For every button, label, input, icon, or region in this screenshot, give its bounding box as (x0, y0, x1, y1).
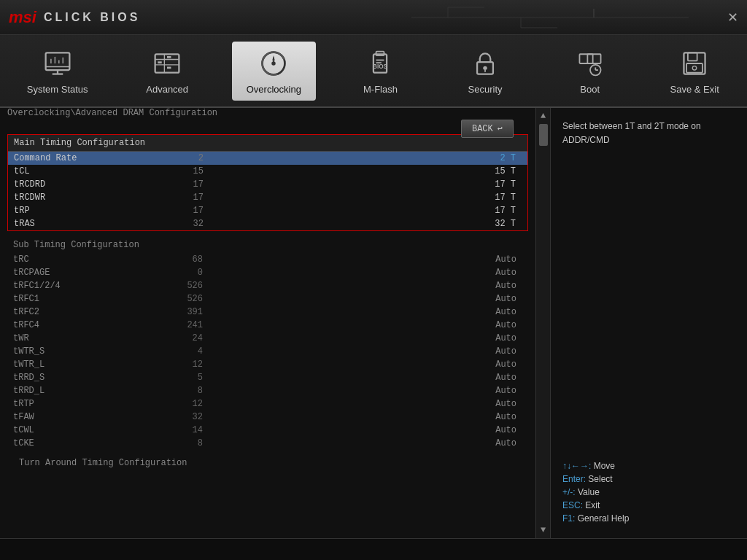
key-hint: ESC: Exit (562, 500, 735, 510)
nav-overclocking[interactable]: Overclocking (232, 42, 316, 101)
row-label: tRRD_S (13, 373, 144, 383)
row-label: tRCDWR (14, 192, 145, 203)
main-timing-row[interactable]: tRP 17 17 T (8, 204, 527, 217)
key-label: F1: (562, 513, 575, 524)
circuit-decoration (411, 0, 703, 35)
main-timing-row[interactable]: Command Rate 2 2 T (8, 152, 527, 165)
header-decoration (411, 0, 703, 34)
row-label: tFAW (13, 412, 144, 422)
row-default: 5 (144, 373, 203, 383)
row-label: tRRD_L (13, 386, 144, 396)
header: msi CLICK BIOS ✕ (0, 0, 747, 35)
sub-timing-row[interactable]: tRTP 12 Auto (7, 397, 528, 411)
row-default: 12 (144, 359, 203, 370)
close-button[interactable]: ✕ (727, 9, 738, 26)
row-current: 17 T (204, 206, 522, 216)
nav-advanced[interactable]: Advanced (127, 42, 207, 101)
scroll-up-arrow[interactable]: ▲ (541, 111, 546, 121)
key-hint: ↑↓←→: Move (562, 461, 735, 471)
row-default: 15 (145, 166, 204, 176)
row-current: 2 T (204, 153, 522, 163)
row-label: tWTR_L (13, 359, 144, 370)
scroll-down-arrow[interactable]: ▼ (541, 525, 546, 535)
key-desc: Value (576, 487, 600, 497)
svg-rect-39 (688, 52, 697, 61)
sub-timing-row[interactable]: tRFC1 526 Auto (7, 292, 528, 306)
sub-timing-row[interactable]: tWTR_L 12 Auto (7, 358, 528, 371)
row-label: tRAS (14, 219, 145, 229)
row-default: 8 (144, 438, 203, 448)
sub-timing-row[interactable]: tRFC2 391 Auto (7, 306, 528, 319)
sub-timing-row[interactable]: tRFC4 241 Auto (7, 319, 528, 332)
sub-timing-row[interactable]: tRFC1/2/4 526 Auto (7, 279, 528, 292)
system-status-label: System Status (27, 84, 88, 95)
row-label: tRFC1/2/4 (13, 281, 144, 291)
row-label: tRFC2 (13, 307, 144, 317)
main-timing-row[interactable]: tRCDRD 17 17 T (8, 178, 527, 191)
row-current: 15 T (204, 166, 522, 176)
row-current: Auto (203, 307, 522, 317)
nav-save-exit[interactable]: Save & Exit (654, 42, 735, 101)
left-panel: Overclocking\Advanced DRAM Configuration… (0, 108, 535, 538)
main-content: Overclocking\Advanced DRAM Configuration… (0, 108, 747, 538)
sub-timing-row[interactable]: tFAW 32 Auto (7, 411, 528, 424)
row-label: tCWL (13, 425, 144, 435)
main-timing-row[interactable]: tRCDWR 17 17 T (8, 191, 527, 204)
nav-boot[interactable]: Boot (550, 42, 630, 101)
main-timing-row[interactable]: tCL 15 15 T (8, 165, 527, 178)
row-current: Auto (203, 386, 522, 396)
scroll-track (539, 121, 548, 525)
row-default: 17 (145, 179, 204, 190)
key-hint: F1: General Help (562, 513, 735, 524)
sub-timing-row[interactable]: tRCPAGE 0 Auto (7, 266, 528, 279)
key-desc: Exit (583, 500, 600, 510)
row-current: Auto (203, 254, 522, 265)
boot-icon (574, 47, 606, 79)
row-current: Auto (203, 333, 522, 343)
row-default: 526 (144, 281, 203, 291)
scroll-thumb[interactable] (539, 124, 548, 146)
row-label: tWTR_S (13, 346, 144, 357)
boot-label: Boot (580, 84, 600, 95)
main-timing-row[interactable]: tRAS 32 32 T (8, 217, 527, 230)
advanced-label: Advanced (146, 84, 188, 95)
sub-timing-row[interactable]: tRRD_L 8 Auto (7, 384, 528, 397)
svg-rect-33 (579, 54, 592, 63)
row-default: 241 (144, 320, 203, 330)
sub-timing-row[interactable]: tRRD_S 5 Auto (7, 371, 528, 384)
row-default: 68 (144, 254, 203, 265)
overclocking-icon (258, 47, 290, 79)
row-label: tCL (14, 166, 145, 176)
row-current: Auto (203, 412, 522, 422)
left-panel-wrapper: Overclocking\Advanced DRAM Configuration… (0, 108, 550, 538)
back-label: BACK (472, 124, 493, 134)
row-current: Auto (203, 359, 522, 370)
nav-system-status[interactable]: System Status (12, 42, 103, 101)
row-label: tRFC1 (13, 294, 144, 304)
row-label: tRTP (13, 399, 144, 409)
row-default: 17 (145, 192, 204, 203)
scrollbar[interactable]: ▲ ▼ (535, 108, 550, 538)
sub-timing-row[interactable]: tCWL 14 Auto (7, 424, 528, 437)
back-button[interactable]: BACK ↩ (461, 120, 514, 138)
system-status-icon (42, 47, 74, 79)
sub-timing-row[interactable]: tWTR_S 4 Auto (7, 345, 528, 358)
row-label: Command Rate (14, 153, 145, 163)
save-exit-label: Save & Exit (670, 84, 719, 95)
sub-timing-row[interactable]: tWR 24 Auto (7, 332, 528, 345)
main-timing-header: Main Timing Configuration (8, 135, 527, 152)
sub-timing-row[interactable]: tRC 68 Auto (7, 253, 528, 266)
help-text: Select between 1T and 2T mode on ADDR/CM… (562, 120, 735, 147)
key-desc: Move (591, 461, 615, 471)
nav-security[interactable]: Security (445, 42, 525, 101)
sub-timing-row[interactable]: tCKE 8 Auto (7, 437, 528, 450)
row-label: tRP (14, 206, 145, 216)
row-current: Auto (203, 294, 522, 304)
key-desc: Select (586, 474, 613, 484)
row-default: 2 (145, 153, 204, 163)
security-icon (469, 47, 501, 79)
key-label: +/-: (562, 487, 576, 497)
back-arrow-icon: ↩ (498, 123, 503, 134)
nav-m-flash[interactable]: BIOS M-Flash (340, 42, 420, 101)
main-timing-section: Main Timing Configuration Command Rate 2… (7, 134, 528, 231)
